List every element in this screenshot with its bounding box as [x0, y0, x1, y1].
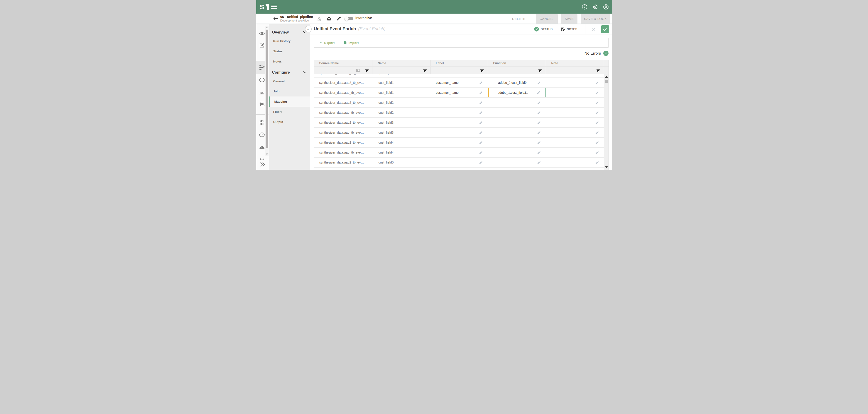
edit-function-pencil-icon[interactable] [537, 161, 541, 165]
edit-note-pencil-icon[interactable] [595, 121, 599, 125]
nav-section-configure[interactable]: Configure [269, 68, 310, 76]
edit-label-pencil-icon[interactable] [479, 81, 483, 85]
flow-icon[interactable] [259, 119, 265, 126]
settings-gear-icon[interactable] [592, 4, 598, 10]
close-x-icon[interactable] [591, 27, 596, 32]
table-row[interactable]: synthesizer_data.aap_tb_eve…cust_field3 [314, 128, 604, 138]
cancel-button[interactable]: CANCEL [536, 14, 558, 24]
edit-function-pencil-icon[interactable] [537, 131, 541, 135]
info-icon[interactable] [582, 4, 587, 10]
table-scroll-up-icon[interactable] [605, 76, 608, 78]
table-row[interactable]: synthesizer_data.aap_tb_eve…quantity [314, 74, 604, 78]
edit-note-pencil-icon[interactable] [595, 81, 599, 85]
filter-funnel-icon[interactable] [423, 69, 427, 72]
pipeline-icon[interactable] [259, 64, 265, 70]
menu-hamburger-icon[interactable] [271, 5, 277, 9]
filter-cell-note[interactable] [546, 67, 604, 74]
export-button[interactable]: Export [319, 41, 335, 45]
highlighted-function-cell[interactable]: adobe_1.cust_field31 [488, 88, 546, 97]
table-row[interactable]: synthesizer_data.aap_tb_eve…cust_field4 [314, 148, 604, 158]
gauge-icon[interactable] [259, 90, 265, 96]
sidebar-item-run-history[interactable]: Run History [269, 36, 310, 46]
edit-function-pencil-icon[interactable] [537, 150, 541, 154]
table-row[interactable]: synthesizer_data.aap2_tb_ev…cust_field3 [314, 118, 604, 128]
edit-function-pencil-icon[interactable] [537, 111, 541, 114]
rail-scrollbar[interactable] [266, 26, 269, 156]
edit-function-pencil-icon[interactable] [537, 121, 541, 125]
column-header-source-name[interactable]: Source Name [314, 60, 372, 66]
table-row[interactable]: synthesizer_data.aap2_tb_ev…cust_field4 [314, 138, 604, 148]
edit-label-pencil-icon[interactable] [479, 101, 483, 105]
scroll-up-arrow-icon[interactable] [266, 27, 268, 28]
edit-function-pencil-icon[interactable] [537, 81, 541, 85]
compose-icon[interactable] [259, 42, 265, 48]
edit-label-pencil-icon[interactable] [479, 91, 483, 95]
eye-icon[interactable] [259, 31, 265, 36]
filter-cell-source-name[interactable] [314, 67, 372, 74]
clock-icon[interactable] [259, 132, 265, 138]
sidebar-item-status[interactable]: Status [269, 46, 310, 57]
table-scroll-down-icon[interactable] [605, 166, 608, 168]
filter-funnel-icon[interactable] [365, 69, 369, 72]
table-row[interactable]: synthesizer_data.aap2_tb_ev…cust_field5 [314, 158, 604, 168]
column-card-icon[interactable] [356, 69, 360, 72]
sidebar-item-notes[interactable]: Notes [269, 57, 310, 67]
table-scrollbar[interactable] [604, 74, 609, 170]
rail-scrollbar-thumb[interactable] [266, 30, 268, 148]
interactive-toggle[interactable] [344, 17, 353, 21]
edit-function-pencil-icon[interactable] [537, 91, 540, 95]
confirm-check-button[interactable] [601, 25, 609, 33]
sidebar-item-join[interactable]: Join [269, 86, 310, 97]
edit-label-pencil-icon[interactable] [479, 121, 483, 125]
filter-funnel-icon[interactable] [596, 69, 600, 72]
table-row[interactable]: synthesizer_data.aap2_tb_ev…cust_field1c… [314, 78, 604, 88]
sidebar-item-output[interactable]: Output [269, 117, 310, 127]
gauge-icon[interactable] [259, 144, 265, 150]
filter-funnel-icon[interactable] [538, 69, 542, 72]
import-button[interactable]: Import [344, 41, 359, 45]
edit-note-pencil-icon[interactable] [595, 141, 599, 144]
edit-note-pencil-icon[interactable] [595, 131, 599, 135]
table-scrollbar-thumb[interactable] [605, 80, 608, 83]
sidebar-item-general[interactable]: General [269, 76, 310, 86]
layers-icon-partial[interactable] [259, 156, 265, 161]
column-header-note[interactable]: Note [546, 60, 604, 66]
edit-pencil-icon[interactable] [337, 16, 341, 21]
clock-icon[interactable] [259, 77, 265, 83]
save-and-lock-button[interactable]: SAVE & LOCK [581, 14, 610, 24]
home-icon[interactable] [327, 16, 331, 21]
sidebar-item-mapping[interactable]: Mapping [269, 97, 310, 107]
column-header-label[interactable]: Label [431, 60, 488, 66]
edit-function-pencil-icon[interactable] [537, 101, 541, 105]
status-button[interactable]: STATUS [534, 27, 553, 32]
table-row[interactable]: synthesizer_data.aap_tb_eve…cust_field1c… [314, 88, 604, 98]
column-header-function[interactable]: Function [488, 60, 546, 66]
edit-label-pencil-icon[interactable] [479, 141, 483, 144]
notes-button[interactable]: NOTES [560, 27, 578, 32]
filter-cell-function[interactable] [488, 67, 546, 74]
delete-button[interactable]: DELETE [509, 14, 528, 24]
scroll-down-arrow-icon[interactable] [266, 153, 268, 155]
filter-cell-label[interactable] [431, 67, 488, 74]
layers-icon[interactable] [259, 101, 265, 107]
edit-function-pencil-icon[interactable] [537, 141, 541, 144]
sidebar-item-filters[interactable]: Filters [269, 107, 310, 117]
expand-rail-chevrons-icon[interactable] [259, 162, 266, 167]
collapse-panel-button[interactable]: « [305, 26, 312, 32]
edit-note-pencil-icon[interactable] [595, 150, 599, 154]
edit-label-pencil-icon[interactable] [479, 161, 483, 165]
edit-note-pencil-icon[interactable] [595, 91, 599, 95]
edit-label-pencil-icon[interactable] [479, 131, 483, 135]
edit-note-pencil-icon[interactable] [595, 111, 599, 114]
back-arrow-icon[interactable] [273, 16, 278, 21]
edit-label-pencil-icon[interactable] [479, 150, 483, 154]
edit-note-pencil-icon[interactable] [595, 161, 599, 165]
nav-section-overview[interactable]: Overview [269, 28, 310, 36]
column-header-name[interactable]: Name [372, 60, 431, 66]
table-row[interactable]: synthesizer_data.aap_tb_eve…cust_field2 [314, 108, 604, 118]
table-row[interactable]: synthesizer_data.aap2_tb_ev…cust_field2 [314, 98, 604, 108]
account-icon[interactable] [603, 4, 609, 10]
filter-cell-name[interactable] [372, 67, 431, 74]
edit-note-pencil-icon[interactable] [595, 101, 599, 105]
save-button[interactable]: SAVE [561, 14, 578, 24]
